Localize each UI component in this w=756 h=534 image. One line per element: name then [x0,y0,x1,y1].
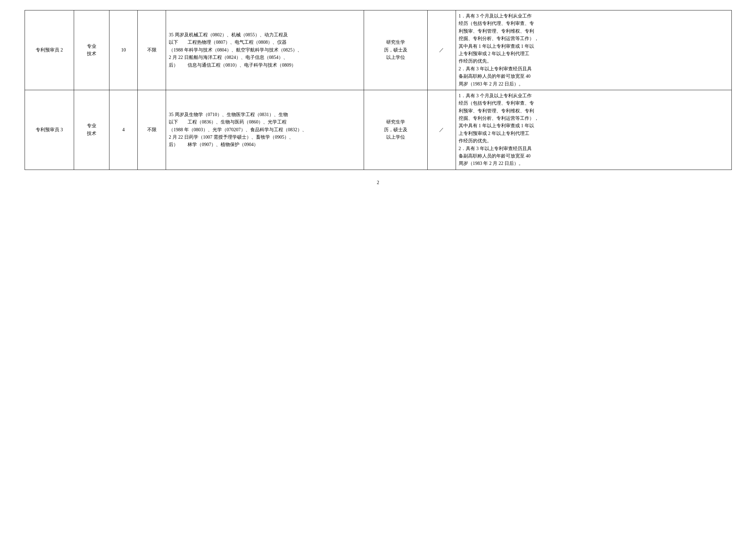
page-container: 专利预审员 2 专业 技术 10 不限 35 周岁及机械工程（0802）、机械（… [25,10,732,185]
count-cell: 4 [109,90,138,170]
age-major-cell: 35 周岁及生物学（0710）、生物医学工程（0831）、生物 以下 工程（08… [166,90,364,170]
age-range-2: 35 周岁及生物学（0710）、生物医学工程（0831）、生物 以下 工程（08… [169,112,307,147]
limit-cell: 不限 [138,10,166,90]
requirements-cell: 1．具有 3 个月及以上专利从业工作 经历（包括专利代理、专利审查、专 利预审、… [456,10,731,90]
edu-cell: 研究生学 历，硕士及 以上学位 [364,90,427,170]
position-cell: 专利预审员 2 [25,10,74,90]
age-major-cell: 35 周岁及机械工程（0802）、机械（0855）、动力工程及 以下 工程热物理… [166,10,364,90]
position-cell: 专利预审员 3 [25,90,74,170]
type-cell: 专业 技术 [74,90,109,170]
other-cell: ／ [427,10,456,90]
main-table: 专利预审员 2 专业 技术 10 不限 35 周岁及机械工程（0802）、机械（… [25,10,732,170]
age-range: 35 周岁及机械工程（0802）、机械（0855）、动力工程及 以下 工程热物理… [169,32,302,68]
limit-cell: 不限 [138,90,166,170]
page-number: 2 [25,180,732,185]
table-row: 专利预审员 3 专业 技术 4 不限 35 周岁及生物学（0710）、生物医学工… [25,90,731,170]
table-row: 专利预审员 2 专业 技术 10 不限 35 周岁及机械工程（0802）、机械（… [25,10,731,90]
edu-cell: 研究生学 历，硕士及 以上学位 [364,10,427,90]
other-cell: ／ [427,90,456,170]
type-cell: 专业 技术 [74,10,109,90]
count-cell: 10 [109,10,138,90]
requirements-cell: 1．具有 3 个月及以上专利从业工作 经历（包括专利代理、专利审查、专 利预审、… [456,90,731,170]
